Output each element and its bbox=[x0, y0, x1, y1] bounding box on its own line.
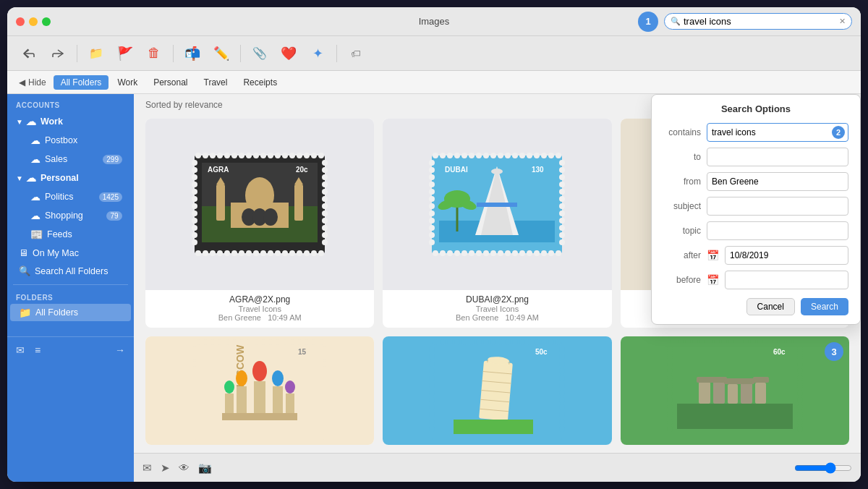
svg-point-45 bbox=[192, 218, 197, 224]
move-button[interactable]: 📬 bbox=[179, 42, 205, 65]
logout-bottom-icon[interactable]: → bbox=[115, 344, 125, 356]
svg-point-268 bbox=[433, 339, 438, 345]
back-button[interactable] bbox=[16, 42, 42, 65]
delete-button[interactable]: 🗑 bbox=[141, 42, 167, 65]
settings-bottom-icon[interactable]: ≡ bbox=[35, 344, 41, 356]
svg-point-120 bbox=[429, 225, 435, 231]
zoom-slider-area bbox=[794, 462, 852, 474]
sidebar-item-on-my-mac[interactable]: 🖥 On My Mac bbox=[10, 244, 131, 261]
search-clear-icon[interactable]: ✕ bbox=[839, 17, 846, 26]
svg-point-288 bbox=[429, 361, 435, 367]
sidebar-item-postbox[interactable]: ☁ Postbox bbox=[10, 132, 131, 149]
svg-point-301 bbox=[559, 368, 565, 374]
politics-badge: 1425 bbox=[99, 192, 122, 202]
tab-travel[interactable]: Travel bbox=[197, 75, 235, 90]
shopping-label: Shopping bbox=[45, 211, 106, 221]
sidebar-item-search-all[interactable]: 🔍 Search All Folders bbox=[10, 263, 131, 279]
send-icon[interactable]: ➤ bbox=[161, 462, 170, 475]
filter-button[interactable]: ✦ bbox=[305, 42, 331, 65]
to-input[interactable] bbox=[712, 152, 843, 162]
tab-personal[interactable]: Personal bbox=[146, 75, 195, 90]
image-card-moscow[interactable]: MOSCOW bbox=[145, 336, 374, 445]
svg-text:50c: 50c bbox=[535, 348, 548, 356]
svg-point-113 bbox=[429, 174, 435, 180]
search-input[interactable] bbox=[684, 16, 839, 27]
svg-point-42 bbox=[192, 196, 197, 202]
sidebar-item-politics[interactable]: ☁ Politics 1425 bbox=[10, 188, 131, 205]
svg-point-46 bbox=[192, 225, 197, 231]
image-info-dubai: DUBAI@2X.png Travel Icons Ben Greene 10:… bbox=[383, 290, 611, 328]
flag-button[interactable]: 🚩 bbox=[112, 42, 138, 65]
star-button[interactable]: ❤️ bbox=[276, 42, 302, 65]
all-folders-icon: 📁 bbox=[19, 307, 31, 318]
svg-point-232 bbox=[192, 368, 197, 374]
cancel-button[interactable]: Cancel bbox=[746, 298, 795, 315]
sidebar-item-sales[interactable]: ☁ Sales 299 bbox=[10, 150, 131, 168]
svg-point-16 bbox=[304, 153, 310, 158]
svg-point-38 bbox=[192, 167, 197, 173]
before-calendar-icon[interactable]: 📅 bbox=[707, 274, 719, 286]
sidebar-item-feeds[interactable]: 📰 Feeds bbox=[10, 226, 131, 243]
search-button[interactable]: Search bbox=[801, 298, 848, 315]
image-info-agra: AGRA@2X.png Travel Icons Ben Greene 10:4… bbox=[145, 290, 374, 328]
contains-input[interactable] bbox=[712, 127, 843, 137]
compose-button[interactable]: ✏️ bbox=[208, 42, 234, 65]
svg-point-21 bbox=[210, 250, 216, 256]
personal-cloud-icon: ☁ bbox=[26, 172, 36, 184]
svg-point-347 bbox=[667, 390, 673, 396]
new-message-icon[interactable]: ✉ bbox=[142, 462, 152, 475]
contains-label: contains bbox=[663, 127, 701, 137]
subject-input[interactable] bbox=[712, 201, 843, 211]
tab-receipts[interactable]: Receipts bbox=[236, 75, 284, 90]
close-button[interactable] bbox=[16, 17, 25, 26]
svg-text:20c: 20c bbox=[296, 166, 308, 174]
attachment-button[interactable]: 📎 bbox=[247, 42, 273, 65]
zoom-slider[interactable] bbox=[794, 462, 852, 474]
compose-bottom-icon[interactable]: ✉ bbox=[16, 344, 25, 356]
hide-button[interactable]: ◀ Hide bbox=[13, 75, 52, 90]
zoom-button[interactable] bbox=[42, 17, 51, 26]
before-input[interactable] bbox=[730, 275, 843, 285]
svg-text:130: 130 bbox=[532, 166, 544, 174]
sidebar-item-work[interactable]: ▼ ☁ Work bbox=[10, 113, 131, 130]
after-calendar-icon[interactable]: 📅 bbox=[707, 250, 719, 261]
svg-point-225 bbox=[297, 339, 302, 345]
tag-button[interactable]: 🏷 bbox=[343, 42, 369, 65]
svg-point-18 bbox=[318, 153, 324, 158]
svg-point-230 bbox=[192, 354, 197, 360]
titlebar: Images 1 🔍 ✕ bbox=[7, 7, 861, 36]
svg-point-131 bbox=[559, 218, 565, 224]
topic-input[interactable] bbox=[712, 226, 843, 236]
sidebar-item-all-folders[interactable]: 📁 All Folders bbox=[10, 304, 131, 321]
svg-point-356 bbox=[797, 368, 803, 374]
sidebar-item-personal[interactable]: ▼ ☁ Personal bbox=[10, 169, 131, 187]
tab-work[interactable]: Work bbox=[110, 75, 145, 90]
svg-point-279 bbox=[512, 339, 518, 345]
preview-icon[interactable]: 👁 bbox=[179, 462, 190, 474]
separator-2 bbox=[173, 45, 174, 62]
personal-label: Personal bbox=[41, 173, 125, 183]
forward-button[interactable] bbox=[45, 42, 71, 65]
svg-point-31 bbox=[282, 250, 288, 256]
archive-button[interactable]: 📁 bbox=[83, 42, 109, 65]
svg-point-56 bbox=[322, 211, 328, 216]
after-input[interactable] bbox=[730, 250, 843, 260]
svg-point-300 bbox=[559, 361, 565, 367]
svg-point-99 bbox=[476, 250, 482, 256]
svg-point-257 bbox=[272, 370, 284, 386]
from-input[interactable] bbox=[712, 177, 843, 187]
svg-point-40 bbox=[192, 182, 197, 187]
sidebar-item-shopping[interactable]: ☁ Shopping 79 bbox=[10, 207, 131, 224]
postbox-label: Postbox bbox=[45, 135, 122, 145]
search-bar[interactable]: 🔍 ✕ bbox=[664, 13, 852, 30]
svg-point-52 bbox=[322, 182, 328, 187]
camera-icon[interactable]: 📷 bbox=[198, 462, 212, 475]
svg-point-309 bbox=[559, 426, 565, 432]
image-card-agra[interactable]: AGRA 20c AGRA@2X.png Travel Icons Ben Gr… bbox=[145, 119, 374, 328]
tab-all-folders[interactable]: All Folders bbox=[54, 75, 109, 90]
minimize-button[interactable] bbox=[29, 17, 38, 26]
svg-point-104 bbox=[512, 250, 518, 256]
image-card-pisa[interactable]: 50c bbox=[383, 336, 611, 445]
image-card-dubai[interactable]: DUBAI 130 DUBAI@2X.png Travel Icons Ben … bbox=[383, 119, 611, 328]
image-card-stonehenge[interactable]: 3 bbox=[621, 336, 849, 445]
